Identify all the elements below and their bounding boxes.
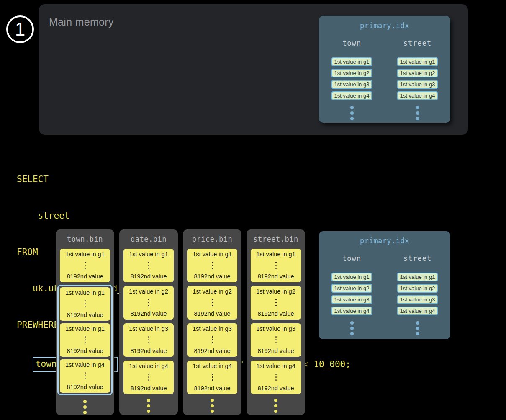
- index-mark-chip: 1st value in g3: [397, 80, 438, 89]
- sql-select-column: street: [17, 210, 351, 222]
- index-mark-chip: 1st value in g3: [331, 295, 372, 304]
- granule-stack: 1st value in g1 8192nd value 1st value i…: [187, 249, 237, 394]
- granule-block: 1st value in g4 8192nd value: [251, 361, 301, 394]
- granule-block: 1st value in g4 8192nd value: [60, 359, 110, 393]
- idx-column-street: street 1st value in g1 1st value in g2 1…: [385, 254, 450, 335]
- granule-last-value: 8192nd value: [67, 273, 103, 280]
- granule-first-value: 1st value in g1: [129, 251, 168, 258]
- ellipsis-dots-dark: [212, 374, 213, 381]
- index-mark-chip: 1st value in g4: [331, 91, 372, 100]
- ellipsis-dots-dark: [275, 262, 277, 269]
- granule-first-value: 1st value in g1: [256, 251, 295, 258]
- granule-last-value: 8192nd value: [67, 384, 103, 390]
- granule-last-value: 8192nd value: [194, 348, 230, 354]
- ellipsis-dots-dark: [275, 336, 277, 343]
- granule-block: 1st value in g4 8192nd value: [187, 361, 237, 394]
- granule-block: 1st value in g1 8192nd value: [251, 249, 301, 282]
- granule-stack: 1st value in g1 8192nd value 1st value i…: [60, 249, 110, 395]
- ellipsis-dots-yellow: [211, 399, 214, 413]
- ellipsis-dots-dark: [148, 374, 149, 381]
- ellipsis-dots-dark: [275, 299, 277, 306]
- index-mark-chip: 1st value in g2: [397, 69, 438, 77]
- idx-column-header: street: [403, 254, 432, 263]
- index-mark-chip: 1st value in g1: [397, 57, 438, 66]
- granule-block: 1st value in g3 8192nd value: [251, 323, 301, 357]
- idx-column-town: town 1st value in g1 1st value in g2 1st…: [319, 254, 385, 335]
- granule-first-value: 1st value in g4: [65, 361, 105, 368]
- step-number: 1: [15, 19, 25, 40]
- granule-first-value: 1st value in g2: [256, 288, 295, 295]
- granule-first-value: 1st value in g2: [193, 288, 232, 295]
- granule-first-value: 1st value in g1: [65, 325, 105, 332]
- ellipsis-dots-dark: [85, 262, 86, 269]
- ellipsis-dots-dark: [212, 299, 213, 306]
- idx-column-header: street: [403, 39, 432, 47]
- granule-last-value: 8192nd value: [130, 348, 167, 354]
- index-mark-chip: 1st value in g1: [331, 273, 372, 281]
- ellipsis-dots-dark: [212, 262, 213, 269]
- granule-first-value: 1st value in g4: [193, 363, 232, 369]
- ellipsis-dots-blue: [416, 106, 419, 120]
- granule-last-value: 8192nd value: [257, 385, 294, 392]
- chip-stack: 1st value in g1 1st value in g2 1st valu…: [397, 273, 438, 315]
- granule-first-value: 1st value in g3: [193, 325, 232, 332]
- granule-first-value: 1st value in g4: [129, 363, 168, 369]
- granule-first-value: 1st value in g3: [129, 325, 168, 332]
- granule-first-value: 1st value in g1: [193, 251, 232, 258]
- granule-stack: 1st value in g1 8192nd value 1st value i…: [123, 249, 174, 394]
- granule-last-value: 8192nd value: [67, 312, 103, 318]
- granule-last-value: 8192nd value: [257, 273, 294, 280]
- granule-block: 1st value in g2 8192nd value: [187, 286, 237, 320]
- granule-stack: 1st value in g1 8192nd value 1st value i…: [251, 249, 301, 394]
- granule-last-value: 8192nd value: [257, 310, 294, 317]
- primary-idx-card-disk: primary.idx town 1st value in g1 1st val…: [319, 231, 450, 339]
- step-1-badge: 1: [6, 15, 34, 43]
- bin-panel-street: street.bin 1st value in g1 8192nd value …: [247, 229, 305, 415]
- granule-block: 1st value in g2 8192nd value: [123, 286, 174, 320]
- sql-indent: [17, 358, 33, 371]
- bin-panel-date: date.bin 1st value in g1 8192nd value 1s…: [119, 229, 178, 415]
- ellipsis-dots-blue: [350, 321, 354, 335]
- index-mark-chip: 1st value in g3: [331, 80, 372, 89]
- granule-last-value: 8192nd value: [257, 348, 294, 354]
- granule-first-value: 1st value in g4: [256, 363, 295, 369]
- idx-column-header: town: [342, 39, 361, 47]
- chip-stack: 1st value in g1 1st value in g2 1st valu…: [331, 57, 372, 100]
- granule-first-value: 1st value in g2: [129, 288, 168, 295]
- primary-idx-columns: town 1st value in g1 1st value in g2 1st…: [319, 39, 450, 120]
- granule-last-value: 8192nd value: [130, 310, 167, 317]
- granule-block: 1st value in g3 8192nd value: [187, 323, 237, 357]
- main-memory-title: Main memory: [49, 16, 114, 28]
- chip-stack: 1st value in g1 1st value in g2 1st valu…: [331, 273, 372, 315]
- ellipsis-dots-blue: [350, 106, 354, 120]
- selected-granules-highlight: 1st value in g1 8192nd value 1st value i…: [57, 285, 113, 395]
- bin-panel-price: price.bin 1st value in g1 8192nd value 1…: [183, 229, 241, 415]
- ellipsis-dots-dark: [148, 262, 149, 269]
- granule-block: 1st value in g4 8192nd value: [123, 361, 174, 394]
- primary-idx-title: primary.idx: [360, 237, 409, 245]
- index-mark-chip: 1st value in g4: [397, 91, 438, 100]
- granule-block: 1st value in g1 8192nd value: [60, 287, 110, 321]
- ellipsis-dots-dark: [85, 372, 86, 379]
- index-mark-chip: 1st value in g2: [331, 69, 372, 77]
- index-mark-chip: 1st value in g2: [397, 284, 438, 293]
- primary-idx-card-memory: primary.idx town 1st value in g1 1st val…: [319, 16, 450, 123]
- index-mark-chip: 1st value in g1: [397, 273, 438, 281]
- granule-last-value: 8192nd value: [194, 273, 230, 280]
- ellipsis-dots-dark: [148, 336, 149, 343]
- granule-block: 1st value in g3 8192nd value: [123, 323, 174, 357]
- idx-column-street: street 1st value in g1 1st value in g2 1…: [385, 39, 450, 120]
- index-mark-chip: 1st value in g4: [397, 307, 438, 315]
- granule-last-value: 8192nd value: [194, 310, 230, 317]
- ellipsis-dots-dark: [275, 374, 277, 381]
- granule-block: 1st value in g1 8192nd value: [60, 249, 110, 282]
- granule-block: 1st value in g1 8192nd value: [187, 249, 237, 282]
- granule-last-value: 8192nd value: [67, 348, 103, 354]
- granule-first-value: 1st value in g1: [65, 251, 105, 258]
- bin-title: street.bin: [253, 235, 298, 243]
- index-mark-chip: 1st value in g4: [331, 307, 372, 315]
- ellipsis-dots-yellow: [274, 399, 277, 413]
- bin-panel-town: town.bin 1st value in g1 8192nd value 1s…: [56, 229, 114, 415]
- granule-first-value: 1st value in g3: [256, 325, 295, 332]
- granule-last-value: 8192nd value: [194, 385, 230, 392]
